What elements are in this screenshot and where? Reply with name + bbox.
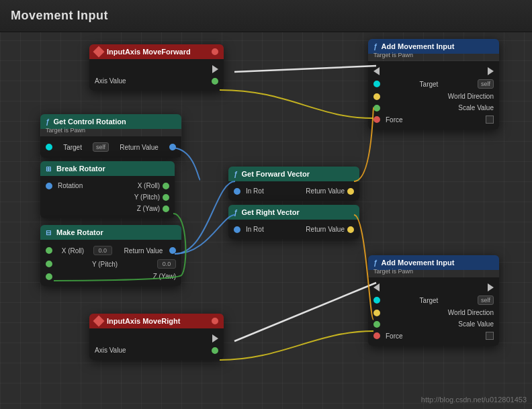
force-checkbox-ami1[interactable]	[486, 116, 494, 124]
mr-xroll-label: X (Roll)	[62, 247, 84, 255]
mr-ypitch-label: Y (Pitch)	[92, 261, 118, 268]
node-label-grv: Get Right Vector	[242, 208, 300, 216]
scaleval-label-ami2: Scale Value	[458, 320, 494, 328]
pin-red-right	[212, 318, 218, 324]
return-label-gcr: Return Value	[120, 144, 159, 151]
node-add-movement-input-1[interactable]: ƒ Add Movement Input Target is Pawn Targ…	[368, 39, 499, 130]
target-label-gcr: Target	[63, 144, 82, 151]
pin-rotation	[46, 183, 52, 189]
target-row-ami1: Target self	[368, 77, 499, 91]
rotation-row: Rotation X (Roll)	[40, 180, 175, 191]
pin-target-ami1	[373, 81, 380, 87]
pin-zyaw	[163, 206, 169, 212]
target-label-ami1: Target	[420, 81, 439, 88]
scaleval-row-ami1: Scale Value	[368, 102, 499, 113]
mr-return-label: Return Value	[124, 247, 163, 255]
mr-xroll-row: X (Roll) 0.0 Return Value	[40, 244, 181, 257]
watermark: http://blog.csdn.net/u012801453	[421, 396, 527, 404]
node-label-moveforward: InputAxis MoveForward	[107, 48, 191, 56]
node-subtitle-gcr: Target is Pawn	[40, 127, 181, 136]
pin-red	[212, 48, 218, 55]
pin-ypitch	[163, 194, 169, 201]
pin-target-ami2	[373, 297, 380, 304]
pin-return-gfv	[347, 188, 354, 195]
pin-axis-value	[212, 78, 218, 85]
mr-ypitch-row: Y (Pitch) 0.0	[40, 257, 181, 271]
node-get-right-vector[interactable]: ƒ Get Right Vector In Rot Return Value	[228, 205, 359, 239]
node-body-ami1: Target self World Direction Scale Value …	[368, 61, 499, 130]
func-icon-ami2: ƒ	[373, 259, 378, 267]
pin-target-gcr	[46, 144, 52, 150]
function-icon: ƒ	[46, 118, 50, 126]
axis-value-row: Axis Value	[89, 75, 224, 87]
pin-force-ami1	[373, 116, 380, 123]
title-bar: Movement Input	[0, 0, 532, 32]
node-header-gfv: ƒ Get Forward Vector	[228, 167, 359, 181]
node-header-mr: ⊟ Make Rotator	[40, 225, 181, 240]
mr-xroll-val[interactable]: 0.0	[93, 246, 112, 255]
node-break-rotator[interactable]: ⊞ Break Rotator Rotation X (Roll) Y (Pit…	[40, 161, 175, 218]
mr-ypitch-val[interactable]: 0.0	[157, 259, 176, 269]
node-make-rotator[interactable]: ⊟ Make Rotator X (Roll) 0.0 Return Value…	[40, 225, 181, 286]
node-subtitle-ami2: Target is Pawn	[368, 268, 499, 277]
node-body-moveforward: Axis Value	[89, 59, 224, 91]
exec-out-ami2	[488, 283, 494, 291]
pin-mr-xroll	[46, 247, 52, 254]
force-label-ami2: Force	[386, 332, 483, 340]
diamond-icon	[93, 46, 105, 58]
pin-force-ami2	[373, 332, 380, 339]
node-body-ami2: Target self World Direction Scale Value …	[368, 277, 499, 346]
exec-out-icon	[212, 65, 218, 73]
force-label-ami1: Force	[386, 116, 483, 124]
self-badge-ami1: self	[478, 79, 494, 89]
axis-value-row-right: Axis Value	[89, 345, 224, 356]
pin-worlddir-ami1	[373, 93, 380, 100]
node-inputaxis-moveright[interactable]: InputAxis MoveRight Axis Value	[89, 314, 224, 360]
mr-zyaw-label: Z (Yaw)	[153, 273, 176, 280]
pin-mr-return	[169, 247, 176, 254]
node-header-br: ⊞ Break Rotator	[40, 161, 175, 176]
node-body-moveright: Axis Value	[89, 328, 224, 360]
node-inputaxis-moveforward[interactable]: InputAxis MoveForward Axis Value	[89, 44, 224, 91]
target-label-ami2: Target	[420, 297, 439, 304]
return-label-grv: Return Value	[306, 226, 345, 233]
func-icon-ami1: ƒ	[373, 43, 378, 50]
make-icon: ⊟	[46, 229, 51, 236]
pin-scaleval-ami1	[373, 105, 380, 111]
node-body-br: Rotation X (Roll) Y (Pitch) Z (Yaw)	[40, 176, 175, 218]
exec-in-ami2	[373, 283, 380, 291]
zyaw-label: Z (Yaw)	[137, 205, 160, 212]
node-label-mr: Make Rotator	[56, 228, 103, 236]
scaleval-label-ami1: Scale Value	[458, 104, 494, 111]
return-label-gfv: Return Value	[306, 187, 345, 195]
exec-row-ami2	[368, 281, 499, 293]
exec-out-ami1	[488, 67, 494, 75]
node-label-ami2: Add Movement Input	[382, 259, 455, 267]
node-header-grv: ƒ Get Right Vector	[228, 205, 359, 220]
ypitch-label: Y (Pitch)	[134, 193, 160, 201]
force-checkbox-ami2[interactable]	[486, 332, 494, 340]
node-get-control-rotation[interactable]: ƒ Get Control Rotation Target is Pawn Ta…	[40, 114, 181, 158]
pin-return-gcr	[169, 144, 176, 150]
inrot-label-grv: In Rot	[246, 226, 303, 233]
node-add-movement-input-2[interactable]: ƒ Add Movement Input Target is Pawn Targ…	[368, 255, 499, 346]
target-row-gcr: Target self Return Value	[40, 140, 181, 154]
graph-title: Movement Input	[11, 9, 108, 23]
break-icon: ⊞	[46, 165, 51, 173]
exec-row-right	[89, 332, 224, 345]
node-body-gfv: In Rot Return Value	[228, 181, 359, 201]
self-badge-ami2: self	[478, 296, 494, 305]
func-icon-gfv: ƒ	[234, 171, 238, 178]
mr-zyaw-row: Z (Yaw)	[40, 271, 181, 282]
pin-return-grv	[347, 226, 354, 233]
rotation-label: Rotation	[58, 182, 135, 189]
node-header-moveforward: InputAxis MoveForward	[89, 44, 224, 59]
zyaw-row: Z (Yaw)	[40, 203, 175, 214]
inrot-row-grv: In Rot Return Value	[228, 224, 359, 235]
exec-in-ami1	[373, 67, 380, 75]
worlddir-label-ami2: World Direction	[448, 309, 494, 316]
node-get-forward-vector[interactable]: ƒ Get Forward Vector In Rot Return Value	[228, 167, 359, 201]
pin-inrot-gfv	[234, 188, 240, 195]
node-body-grv: In Rot Return Value	[228, 220, 359, 239]
pin-mr-zyaw	[46, 273, 52, 280]
